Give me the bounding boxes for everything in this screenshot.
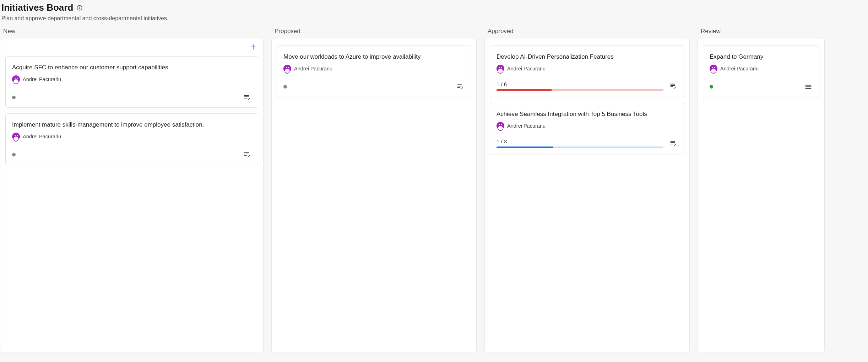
progress-label: 1 / 6 [497,81,663,87]
initiative-card[interactable]: Expand to Germany Andrei Pacurariu [703,46,819,97]
page-subtitle: Plan and approve departmental and cross-… [1,15,867,22]
menu-icon[interactable] [804,82,813,91]
avatar-icon [497,122,504,130]
edit-note-icon[interactable] [669,139,678,148]
progress-fill [497,147,553,148]
card-title: Develop AI-Driven Personalization Featur… [497,53,678,61]
column-approved: Approved Develop AI-Driven Personalizati… [484,38,690,352]
status-dot-icon [12,153,16,156]
avatar-icon [12,133,20,140]
column-review: Review Expand to Germany Andrei Pacurari… [698,38,825,352]
edit-note-icon[interactable] [243,93,251,102]
owner-name: Andrei Pacurariu [23,76,61,82]
initiative-card[interactable]: Implement mature skills-management to im… [5,113,258,165]
page-header: Initiatives Board Plan and approve depar… [0,0,868,27]
progress-bar [497,89,663,91]
owner-name: Andrei Pacurariu [23,134,61,139]
owner-name: Andrei Pacurariu [294,66,332,71]
progress-bar [497,147,663,148]
card-title: Implement mature skills-management to im… [12,121,251,129]
card-title: Expand to Germany [710,53,813,61]
status-dot-icon [710,85,713,89]
avatar-icon [497,65,504,73]
column-new: New Acquire SFC to enhance our customer … [0,38,264,352]
initiative-card[interactable]: Develop AI-Driven Personalization Featur… [490,46,684,97]
kanban-board: New Acquire SFC to enhance our customer … [0,38,868,352]
card-title: Move our workloads to Azure to improve a… [283,53,465,61]
card-owner: Andrei Pacurariu [710,65,813,73]
initiative-card[interactable]: Achieve Seamless Integration with Top 5 … [490,103,684,154]
svg-rect-5 [805,85,812,85]
progress-label: 1 / 3 [497,138,663,144]
card-title: Acquire SFC to enhance our customer supp… [12,64,251,72]
column-header: Proposed [275,28,300,35]
owner-name: Andrei Pacurariu [507,123,546,129]
avatar-icon [12,75,20,83]
page-title: Initiatives Board [1,2,73,13]
status-dot-icon [12,96,16,99]
owner-name: Andrei Pacurariu [507,66,546,71]
add-card-button[interactable] [248,42,258,52]
svg-rect-6 [805,86,812,87]
avatar-icon [283,65,291,73]
initiative-card[interactable]: Acquire SFC to enhance our customer supp… [5,56,258,108]
column-header: Approved [488,28,514,35]
card-owner: Andrei Pacurariu [12,75,251,83]
edit-note-icon[interactable] [669,82,678,90]
initiative-card[interactable]: Move our workloads to Azure to improve a… [277,46,471,97]
card-owner: Andrei Pacurariu [497,122,678,130]
owner-name: Andrei Pacurariu [720,66,759,71]
column-header: Review [701,28,721,35]
svg-point-2 [80,6,80,6]
card-owner: Andrei Pacurariu [283,65,465,73]
avatar-icon [710,65,717,73]
status-dot-icon [283,85,287,89]
edit-note-icon[interactable] [456,82,465,91]
card-owner: Andrei Pacurariu [497,65,678,73]
column-header: New [3,28,15,35]
card-owner: Andrei Pacurariu [12,133,251,140]
svg-rect-7 [805,88,812,89]
card-title: Achieve Seamless Integration with Top 5 … [497,110,678,118]
progress-fill [497,89,552,91]
info-icon[interactable] [76,4,83,11]
edit-note-icon[interactable] [243,150,251,159]
column-proposed: Proposed Move our workloads to Azure to … [271,38,477,352]
